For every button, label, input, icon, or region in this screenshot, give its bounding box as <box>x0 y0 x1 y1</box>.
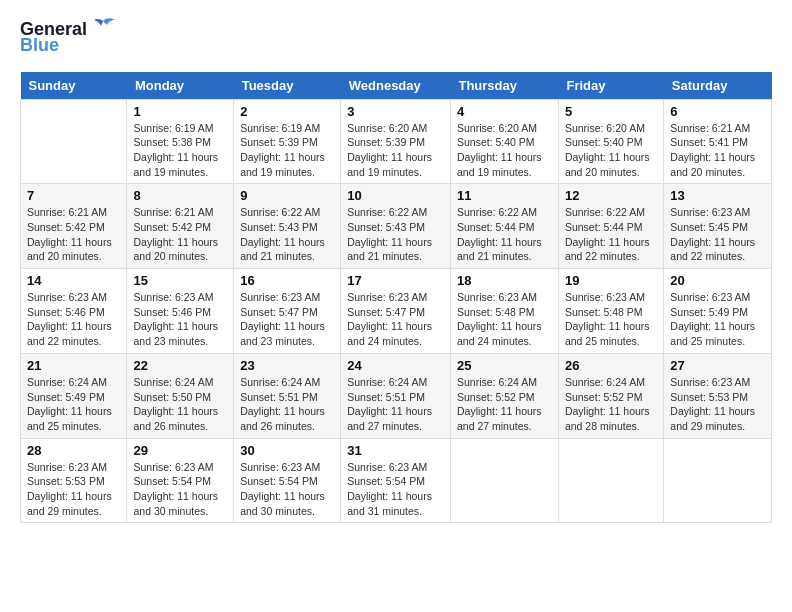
day-number: 6 <box>670 104 765 119</box>
weekday-header-thursday: Thursday <box>450 72 558 100</box>
calendar-week-4: 21Sunrise: 6:24 AM Sunset: 5:49 PM Dayli… <box>21 353 772 438</box>
day-info: Sunrise: 6:23 AM Sunset: 5:54 PM Dayligh… <box>347 460 444 519</box>
day-info: Sunrise: 6:19 AM Sunset: 5:39 PM Dayligh… <box>240 121 334 180</box>
calendar-body: 1Sunrise: 6:19 AM Sunset: 5:38 PM Daylig… <box>21 99 772 523</box>
weekday-header-sunday: Sunday <box>21 72 127 100</box>
day-number: 5 <box>565 104 657 119</box>
page-header: General Blue <box>20 20 772 56</box>
day-info: Sunrise: 6:20 AM Sunset: 5:40 PM Dayligh… <box>565 121 657 180</box>
calendar-week-3: 14Sunrise: 6:23 AM Sunset: 5:46 PM Dayli… <box>21 269 772 354</box>
calendar-cell: 23Sunrise: 6:24 AM Sunset: 5:51 PM Dayli… <box>234 353 341 438</box>
day-number: 8 <box>133 188 227 203</box>
day-number: 24 <box>347 358 444 373</box>
day-info: Sunrise: 6:24 AM Sunset: 5:49 PM Dayligh… <box>27 375 120 434</box>
day-info: Sunrise: 6:20 AM Sunset: 5:40 PM Dayligh… <box>457 121 552 180</box>
logo-text-blue: Blue <box>20 36 59 56</box>
day-info: Sunrise: 6:22 AM Sunset: 5:43 PM Dayligh… <box>240 205 334 264</box>
day-number: 9 <box>240 188 334 203</box>
calendar-cell: 4Sunrise: 6:20 AM Sunset: 5:40 PM Daylig… <box>450 99 558 184</box>
logo: General Blue <box>20 20 117 56</box>
calendar-cell: 14Sunrise: 6:23 AM Sunset: 5:46 PM Dayli… <box>21 269 127 354</box>
day-info: Sunrise: 6:23 AM Sunset: 5:49 PM Dayligh… <box>670 290 765 349</box>
day-number: 1 <box>133 104 227 119</box>
day-number: 10 <box>347 188 444 203</box>
calendar-cell: 28Sunrise: 6:23 AM Sunset: 5:53 PM Dayli… <box>21 438 127 523</box>
day-number: 21 <box>27 358 120 373</box>
day-info: Sunrise: 6:23 AM Sunset: 5:48 PM Dayligh… <box>457 290 552 349</box>
calendar-cell: 7Sunrise: 6:21 AM Sunset: 5:42 PM Daylig… <box>21 184 127 269</box>
day-number: 13 <box>670 188 765 203</box>
day-info: Sunrise: 6:24 AM Sunset: 5:50 PM Dayligh… <box>133 375 227 434</box>
calendar-cell <box>21 99 127 184</box>
day-number: 29 <box>133 443 227 458</box>
day-info: Sunrise: 6:23 AM Sunset: 5:47 PM Dayligh… <box>347 290 444 349</box>
day-number: 22 <box>133 358 227 373</box>
day-info: Sunrise: 6:23 AM Sunset: 5:53 PM Dayligh… <box>27 460 120 519</box>
day-info: Sunrise: 6:23 AM Sunset: 5:47 PM Dayligh… <box>240 290 334 349</box>
day-info: Sunrise: 6:24 AM Sunset: 5:51 PM Dayligh… <box>240 375 334 434</box>
calendar-cell: 9Sunrise: 6:22 AM Sunset: 5:43 PM Daylig… <box>234 184 341 269</box>
day-number: 27 <box>670 358 765 373</box>
calendar-cell: 8Sunrise: 6:21 AM Sunset: 5:42 PM Daylig… <box>127 184 234 269</box>
day-info: Sunrise: 6:23 AM Sunset: 5:46 PM Dayligh… <box>133 290 227 349</box>
calendar-cell: 17Sunrise: 6:23 AM Sunset: 5:47 PM Dayli… <box>341 269 451 354</box>
day-number: 17 <box>347 273 444 288</box>
day-number: 11 <box>457 188 552 203</box>
day-number: 19 <box>565 273 657 288</box>
calendar-cell <box>558 438 663 523</box>
calendar-cell: 25Sunrise: 6:24 AM Sunset: 5:52 PM Dayli… <box>450 353 558 438</box>
day-info: Sunrise: 6:21 AM Sunset: 5:42 PM Dayligh… <box>27 205 120 264</box>
day-number: 30 <box>240 443 334 458</box>
day-number: 15 <box>133 273 227 288</box>
day-info: Sunrise: 6:23 AM Sunset: 5:45 PM Dayligh… <box>670 205 765 264</box>
calendar-week-5: 28Sunrise: 6:23 AM Sunset: 5:53 PM Dayli… <box>21 438 772 523</box>
day-number: 16 <box>240 273 334 288</box>
calendar-header: SundayMondayTuesdayWednesdayThursdayFrid… <box>21 72 772 100</box>
weekday-header-monday: Monday <box>127 72 234 100</box>
calendar-cell: 2Sunrise: 6:19 AM Sunset: 5:39 PM Daylig… <box>234 99 341 184</box>
calendar-cell: 11Sunrise: 6:22 AM Sunset: 5:44 PM Dayli… <box>450 184 558 269</box>
day-number: 18 <box>457 273 552 288</box>
day-info: Sunrise: 6:23 AM Sunset: 5:48 PM Dayligh… <box>565 290 657 349</box>
day-info: Sunrise: 6:23 AM Sunset: 5:54 PM Dayligh… <box>240 460 334 519</box>
calendar-cell: 27Sunrise: 6:23 AM Sunset: 5:53 PM Dayli… <box>664 353 772 438</box>
calendar-table: SundayMondayTuesdayWednesdayThursdayFrid… <box>20 72 772 524</box>
calendar-week-1: 1Sunrise: 6:19 AM Sunset: 5:38 PM Daylig… <box>21 99 772 184</box>
calendar-cell: 22Sunrise: 6:24 AM Sunset: 5:50 PM Dayli… <box>127 353 234 438</box>
day-info: Sunrise: 6:19 AM Sunset: 5:38 PM Dayligh… <box>133 121 227 180</box>
calendar-cell: 21Sunrise: 6:24 AM Sunset: 5:49 PM Dayli… <box>21 353 127 438</box>
calendar-cell: 6Sunrise: 6:21 AM Sunset: 5:41 PM Daylig… <box>664 99 772 184</box>
calendar-cell: 13Sunrise: 6:23 AM Sunset: 5:45 PM Dayli… <box>664 184 772 269</box>
calendar-cell: 10Sunrise: 6:22 AM Sunset: 5:43 PM Dayli… <box>341 184 451 269</box>
calendar-cell <box>664 438 772 523</box>
calendar-cell: 30Sunrise: 6:23 AM Sunset: 5:54 PM Dayli… <box>234 438 341 523</box>
calendar-cell: 16Sunrise: 6:23 AM Sunset: 5:47 PM Dayli… <box>234 269 341 354</box>
day-info: Sunrise: 6:23 AM Sunset: 5:46 PM Dayligh… <box>27 290 120 349</box>
day-number: 25 <box>457 358 552 373</box>
day-info: Sunrise: 6:24 AM Sunset: 5:52 PM Dayligh… <box>565 375 657 434</box>
day-number: 7 <box>27 188 120 203</box>
weekday-header-wednesday: Wednesday <box>341 72 451 100</box>
day-info: Sunrise: 6:23 AM Sunset: 5:54 PM Dayligh… <box>133 460 227 519</box>
calendar-cell: 15Sunrise: 6:23 AM Sunset: 5:46 PM Dayli… <box>127 269 234 354</box>
calendar-cell <box>450 438 558 523</box>
day-number: 23 <box>240 358 334 373</box>
day-number: 2 <box>240 104 334 119</box>
day-info: Sunrise: 6:22 AM Sunset: 5:44 PM Dayligh… <box>565 205 657 264</box>
day-number: 4 <box>457 104 552 119</box>
day-info: Sunrise: 6:24 AM Sunset: 5:51 PM Dayligh… <box>347 375 444 434</box>
calendar-cell: 24Sunrise: 6:24 AM Sunset: 5:51 PM Dayli… <box>341 353 451 438</box>
day-number: 20 <box>670 273 765 288</box>
weekday-header-saturday: Saturday <box>664 72 772 100</box>
weekday-header-tuesday: Tuesday <box>234 72 341 100</box>
day-number: 28 <box>27 443 120 458</box>
calendar-cell: 26Sunrise: 6:24 AM Sunset: 5:52 PM Dayli… <box>558 353 663 438</box>
calendar-cell: 5Sunrise: 6:20 AM Sunset: 5:40 PM Daylig… <box>558 99 663 184</box>
calendar-cell: 18Sunrise: 6:23 AM Sunset: 5:48 PM Dayli… <box>450 269 558 354</box>
day-number: 12 <box>565 188 657 203</box>
day-number: 14 <box>27 273 120 288</box>
day-info: Sunrise: 6:21 AM Sunset: 5:41 PM Dayligh… <box>670 121 765 180</box>
day-number: 3 <box>347 104 444 119</box>
calendar-cell: 1Sunrise: 6:19 AM Sunset: 5:38 PM Daylig… <box>127 99 234 184</box>
day-info: Sunrise: 6:20 AM Sunset: 5:39 PM Dayligh… <box>347 121 444 180</box>
